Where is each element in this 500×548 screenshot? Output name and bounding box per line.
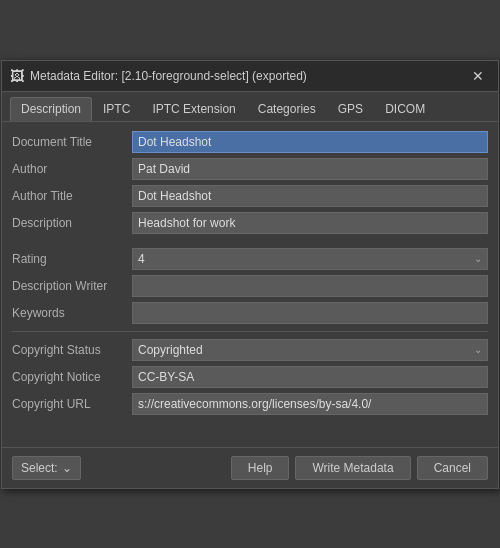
copyright-status-row: Copyright Status Copyrighted ⌄	[12, 338, 488, 362]
copyright-status-label: Copyright Status	[12, 343, 132, 357]
document-title-input[interactable]	[132, 131, 488, 153]
select-arrow: ⌄	[62, 461, 72, 475]
tab-bar: Description IPTC IPTC Extension Categori…	[2, 92, 498, 122]
tab-iptc[interactable]: IPTC	[92, 97, 141, 121]
description-section: Document Title Author Author Title Descr…	[12, 130, 488, 235]
field-row-keywords: Keywords	[12, 301, 488, 325]
select-label: Select:	[21, 461, 58, 475]
field-row-author: Author	[12, 157, 488, 181]
copyright-status-value: Copyrighted	[138, 343, 203, 357]
document-title-label: Document Title	[12, 135, 132, 149]
field-row-rating: Rating 4 ⌄	[12, 247, 488, 271]
keywords-label: Keywords	[12, 306, 132, 320]
field-row-description: Description	[12, 211, 488, 235]
copyright-status-dropdown[interactable]: Copyrighted ⌄	[132, 339, 488, 361]
rating-value: 4	[138, 252, 145, 266]
author-title-input[interactable]	[132, 185, 488, 207]
select-dropdown[interactable]: Select: ⌄	[12, 456, 81, 480]
rating-dropdown[interactable]: 4 ⌄	[132, 248, 488, 270]
tab-categories[interactable]: Categories	[247, 97, 327, 121]
copyright-url-row: Copyright URL	[12, 392, 488, 416]
copyright-url-label: Copyright URL	[12, 397, 132, 411]
rating-dropdown-arrow: ⌄	[474, 253, 482, 264]
tab-description[interactable]: Description	[10, 97, 92, 121]
copyright-notice-label: Copyright Notice	[12, 370, 132, 384]
cancel-button[interactable]: Cancel	[417, 456, 488, 480]
author-input[interactable]	[132, 158, 488, 180]
description-writer-label: Description Writer	[12, 279, 132, 293]
copyright-url-input[interactable]	[132, 393, 488, 415]
content-area: Document Title Author Author Title Descr…	[2, 122, 498, 447]
description-writer-input[interactable]	[132, 275, 488, 297]
title-bar: 🖼 Metadata Editor: [2.10-foreground-sele…	[2, 61, 498, 92]
copyright-dropdown-arrow: ⌄	[474, 344, 482, 355]
field-row-author-title: Author Title	[12, 184, 488, 208]
window-title: Metadata Editor: [2.10-foreground-select…	[30, 69, 307, 83]
footer: Select: ⌄ Help Write Metadata Cancel	[2, 447, 498, 488]
description-input[interactable]	[132, 212, 488, 234]
field-row-description-writer: Description Writer	[12, 274, 488, 298]
close-button[interactable]: ✕	[466, 66, 490, 86]
description-label: Description	[12, 216, 132, 230]
footer-left: Select: ⌄	[12, 456, 81, 480]
tab-dicom[interactable]: DICOM	[374, 97, 436, 121]
metadata-editor-window: 🖼 Metadata Editor: [2.10-foreground-sele…	[1, 60, 499, 489]
copyright-notice-input[interactable]	[132, 366, 488, 388]
rating-label: Rating	[12, 252, 132, 266]
field-row-document-title: Document Title	[12, 130, 488, 154]
write-metadata-button[interactable]: Write Metadata	[295, 456, 410, 480]
tab-gps[interactable]: GPS	[327, 97, 374, 121]
footer-right: Help Write Metadata Cancel	[231, 456, 488, 480]
window-icon: 🖼	[10, 68, 24, 84]
author-title-label: Author Title	[12, 189, 132, 203]
keywords-input[interactable]	[132, 302, 488, 324]
copyright-section: Copyright Status Copyrighted ⌄ Copyright…	[12, 338, 488, 416]
copyright-notice-row: Copyright Notice	[12, 365, 488, 389]
tab-iptc-extension[interactable]: IPTC Extension	[141, 97, 246, 121]
section-divider	[12, 331, 488, 332]
help-button[interactable]: Help	[231, 456, 290, 480]
title-bar-left: 🖼 Metadata Editor: [2.10-foreground-sele…	[10, 68, 307, 84]
author-label: Author	[12, 162, 132, 176]
